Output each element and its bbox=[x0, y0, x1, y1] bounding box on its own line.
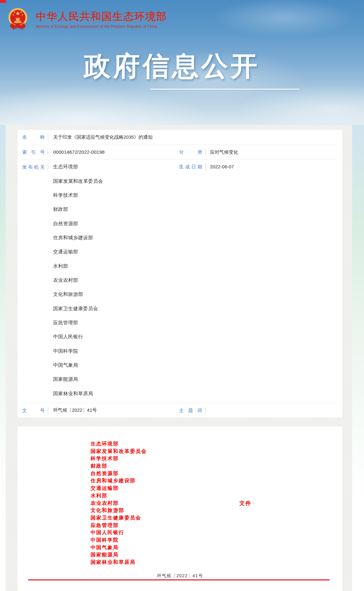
issuer-label: 发布机关 bbox=[22, 164, 45, 170]
divider bbox=[48, 133, 48, 141]
divider bbox=[205, 148, 206, 156]
issuer-agency-item: 国家发展和改革委员会 bbox=[53, 174, 103, 188]
issuer-agency-item: 农业农村部 bbox=[53, 273, 103, 287]
divider bbox=[205, 163, 206, 171]
corner-red-mark bbox=[0, 0, 6, 3]
index-value: 000014672/2022-00198 bbox=[53, 149, 105, 155]
document-agency-item: 中国人民银行 bbox=[91, 529, 342, 536]
document-preview-card: 生态环境部国家发展和改革委员会科学技术部财政部自然资源部住房和城乡建设部交通运输… bbox=[17, 426, 342, 591]
issuer-agency-item: 科学技术部 bbox=[53, 188, 103, 202]
document-number: 环气候〔2022〕41号 bbox=[17, 573, 342, 579]
document-agency-item: 文化和旅游部 bbox=[91, 507, 342, 514]
document-agency-item: 应急管理部 bbox=[91, 522, 342, 529]
issuer-agency-item: 应急管理部 bbox=[53, 316, 103, 330]
issuer-agency-item: 中国气象局 bbox=[53, 358, 103, 372]
ministry-name-cn: 中华人民共和国生态环境部 bbox=[36, 11, 167, 22]
national-emblem-icon bbox=[8, 7, 28, 32]
document-agency-item: 财政部 bbox=[91, 462, 342, 470]
document-agency-item: 中国气象局 bbox=[91, 544, 342, 551]
category-value: 应对气候变化 bbox=[210, 149, 238, 155]
divider bbox=[205, 406, 206, 415]
issuer-agency-item: 中国科学院 bbox=[53, 344, 103, 358]
banner-underline bbox=[150, 89, 299, 90]
row-name: 名称 关于印发《国家适应气候变化战略2035》的通知 bbox=[22, 130, 338, 145]
category-label: 分类 bbox=[179, 149, 202, 155]
issuer-agency-list: 生态环境部国家发展和改革委员会科学技术部财政部自然资源部住房和城乡建设部交通运输… bbox=[48, 160, 103, 401]
divider bbox=[48, 406, 48, 415]
info-table-card: 名称 关于印发《国家适应气候变化战略2035》的通知 索引号 000014672… bbox=[17, 130, 342, 418]
page-banner-title: 政府信息公开 bbox=[84, 52, 260, 79]
document-agency-item: 国家卫生健康委员会 bbox=[91, 514, 342, 522]
subject-label: 主题词 bbox=[179, 408, 202, 413]
name-value: 关于印发《国家适应气候变化战略2035》的通知 bbox=[53, 134, 152, 140]
document-agency-item: 国家发展和改革委员会 bbox=[91, 448, 342, 455]
issuer-agency-item: 中国人民银行 bbox=[53, 330, 103, 344]
document-agency-item: 中国科学院 bbox=[91, 536, 342, 544]
issuer-agency-item: 财政部 bbox=[53, 202, 103, 216]
document-agency-item: 科学技术部 bbox=[91, 455, 342, 462]
document-agency-item: 生态环境部 bbox=[91, 440, 342, 448]
issuer-agency-item: 国家卫生健康委员会 bbox=[53, 301, 103, 315]
issuer-agency-item: 国家林业和草原局 bbox=[53, 387, 103, 401]
site-brand: 中华人民共和国生态环境部 Ministry of Ecology and Env… bbox=[8, 7, 167, 32]
issuer-agency-item: 水利部 bbox=[53, 259, 103, 273]
row-docno-subject: 文号 环气候〔2022〕41号 主题词 bbox=[22, 403, 338, 418]
index-label: 索引号 bbox=[22, 149, 45, 155]
document-agency-item: 农业农村部 bbox=[91, 499, 342, 507]
document-agency-item: 住房和城乡建设部 bbox=[91, 477, 342, 484]
document-agency-list: 生态环境部国家发展和改革委员会科学技术部财政部自然资源部住房和城乡建设部交通运输… bbox=[17, 426, 342, 566]
docno-value: 环气候〔2022〕41号 bbox=[53, 407, 97, 413]
docno-label: 文号 bbox=[22, 408, 45, 413]
issuer-agency-item: 文化和旅游部 bbox=[53, 287, 103, 301]
date-value: 2022-06-07 bbox=[210, 164, 234, 169]
date-label: 生成日期 bbox=[179, 164, 202, 170]
document-agency-item: 国家林业和草原局 bbox=[91, 559, 342, 566]
issuer-agency-item: 住房和城乡建设部 bbox=[53, 231, 103, 245]
issuer-agency-item: 国家能源局 bbox=[53, 372, 103, 386]
document-red-rule bbox=[28, 579, 330, 580]
document-agency-item: 交通运输部 bbox=[91, 484, 342, 492]
issuer-agency-item: 自然资源部 bbox=[53, 216, 103, 231]
divider bbox=[48, 148, 48, 156]
document-file-label: 文件 bbox=[239, 499, 252, 507]
issuer-agency-item: 交通运输部 bbox=[53, 245, 103, 259]
document-agency-item: 自然资源部 bbox=[91, 470, 342, 477]
document-agency-item: 水利部 bbox=[91, 492, 342, 499]
row-index-category: 索引号 000014672/2022-00198 分类 应对气候变化 bbox=[22, 145, 338, 160]
sky-banner: 中华人民共和国生态环境部 Ministry of Ecology and Env… bbox=[0, 0, 364, 125]
document-agency-item: 国家能源局 bbox=[91, 551, 342, 559]
ministry-name-en: Ministry of Ecology and Environment of t… bbox=[36, 24, 167, 29]
name-label: 名称 bbox=[22, 134, 45, 140]
row-issuer-date: 发布机关 生态环境部国家发展和改革委员会科学技术部财政部自然资源部住房和城乡建设… bbox=[22, 160, 338, 403]
content-background: 名称 关于印发《国家适应气候变化战略2035》的通知 索引号 000014672… bbox=[6, 125, 352, 591]
issuer-agency-item: 生态环境部 bbox=[53, 160, 103, 174]
